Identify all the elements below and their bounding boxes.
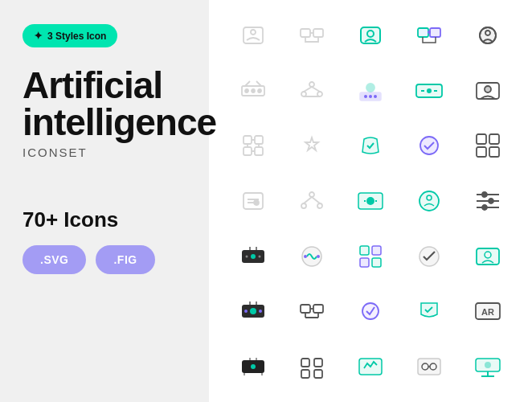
svg-rect-2 [301, 29, 310, 37]
list-item [350, 290, 391, 332]
svg-point-52 [258, 255, 260, 257]
list-item [232, 14, 274, 56]
svg-point-23 [374, 95, 377, 98]
svg-rect-3 [313, 29, 323, 37]
svg-rect-35 [477, 147, 486, 157]
svg-rect-6 [418, 28, 428, 37]
svg-point-13 [245, 89, 248, 92]
list-item [350, 125, 391, 166]
svg-rect-7 [430, 28, 440, 37]
list-item [232, 70, 274, 112]
svg-rect-59 [372, 258, 381, 267]
svg-rect-74 [301, 359, 309, 367]
list-item [232, 346, 274, 388]
list-item [350, 236, 391, 277]
list-item [408, 346, 450, 388]
svg-point-66 [259, 310, 262, 313]
styles-badge: ✦ 3 Styles Icon [23, 24, 117, 47]
svg-point-83 [485, 362, 491, 368]
svg-point-65 [244, 310, 248, 313]
list-item [467, 180, 509, 222]
list-item [350, 180, 391, 222]
svg-point-46 [482, 192, 487, 197]
svg-point-64 [250, 308, 256, 314]
svg-point-27 [485, 86, 491, 92]
list-item [408, 70, 450, 112]
svg-point-8 [428, 31, 431, 34]
svg-point-47 [489, 199, 493, 203]
svg-rect-58 [360, 258, 369, 267]
list-item [291, 236, 333, 277]
svg-rect-34 [489, 134, 499, 144]
svg-point-32 [420, 137, 438, 154]
svg-point-40 [301, 203, 306, 208]
list-item [291, 125, 333, 166]
svg-rect-57 [372, 246, 381, 255]
svg-rect-31 [255, 147, 263, 155]
svg-point-73 [251, 364, 256, 369]
svg-rect-61 [477, 248, 499, 265]
svg-rect-67 [301, 305, 310, 313]
title-sub: ICONSET [23, 146, 186, 159]
list-item [467, 236, 509, 277]
list-item [291, 346, 333, 388]
icon-grid: AR [209, 0, 532, 402]
list-item [350, 346, 391, 388]
svg-rect-33 [477, 134, 486, 144]
svg-point-18 [317, 92, 322, 96]
svg-rect-37 [243, 193, 263, 209]
list-item [291, 70, 333, 112]
list-item [408, 125, 450, 166]
list-item [408, 290, 450, 332]
list-item [467, 125, 509, 166]
left-panel: ✦ 3 Styles Icon Artificial intelligence … [0, 0, 209, 402]
list-item [467, 346, 509, 388]
badge-icon: ✦ [34, 30, 43, 42]
title-line1: Artificial intelligence [23, 67, 186, 141]
svg-point-17 [301, 92, 306, 96]
svg-point-43 [366, 197, 374, 205]
svg-point-21 [364, 95, 367, 98]
format-buttons: .SVG .FIG [23, 245, 186, 274]
svg-point-50 [251, 254, 256, 259]
svg-rect-28 [243, 136, 252, 144]
list-item [232, 290, 274, 332]
svg-point-44 [419, 191, 439, 211]
svg-rect-36 [489, 147, 499, 157]
svg-point-1 [251, 30, 256, 35]
svg-text:AR: AR [481, 307, 494, 317]
svg-point-51 [245, 255, 248, 257]
svg-point-55 [317, 255, 320, 258]
list-item [232, 180, 274, 222]
svg-point-38 [254, 200, 259, 205]
svg-point-14 [252, 89, 255, 92]
list-item [232, 125, 274, 166]
svg-rect-56 [360, 246, 369, 255]
icon-count: 70+ Icons [23, 207, 186, 232]
svg-point-54 [304, 255, 307, 258]
list-item [291, 14, 333, 56]
svg-point-19 [366, 84, 374, 92]
list-item [408, 180, 450, 222]
list-item: AR [467, 290, 509, 332]
svg-rect-75 [314, 359, 322, 367]
list-item [350, 14, 391, 56]
list-item [467, 70, 509, 112]
title-block: Artificial intelligence ICONSET [23, 67, 186, 183]
list-item [232, 236, 274, 277]
svg-rect-29 [255, 136, 263, 144]
list-item [467, 14, 509, 56]
list-item [350, 70, 391, 112]
svg-point-25 [427, 88, 432, 93]
badge-label: 3 Styles Icon [47, 31, 106, 42]
list-item [408, 236, 450, 277]
list-item [408, 14, 450, 56]
svg-point-39 [309, 192, 314, 197]
svg-button[interactable]: .SVG [23, 245, 86, 274]
svg-rect-68 [313, 305, 323, 313]
list-item [291, 180, 333, 222]
svg-point-41 [317, 203, 322, 208]
svg-point-15 [258, 89, 261, 92]
list-item [291, 290, 333, 332]
fig-button[interactable]: .FIG [96, 245, 154, 274]
